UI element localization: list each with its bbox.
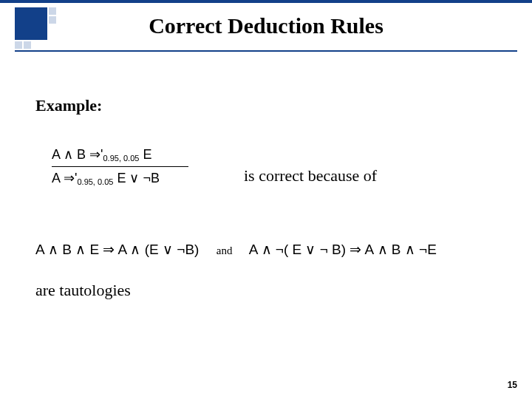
page-number: 15 <box>508 380 517 390</box>
accent-square <box>24 41 31 49</box>
premise-head: A ∧ B ⇒' <box>52 147 103 162</box>
slide: Correct Deduction Rules Example: A ∧ B ⇒… <box>0 0 532 399</box>
example-label: Example: <box>35 96 102 115</box>
page-title: Correct Deduction Rules <box>0 13 532 38</box>
correct-because-text: is correct because of <box>244 166 377 185</box>
are-tautologies-text: are tautologies <box>35 281 131 300</box>
rule-conclusion: A ⇒'0.95, 0.05 E ∨ ¬B <box>52 170 188 187</box>
accent-square <box>15 41 22 49</box>
top-border <box>0 0 532 3</box>
title-underline <box>15 50 517 52</box>
and-word: and <box>203 245 246 256</box>
tautology-left: A ∧ B ∧ E ⇒ A ∧ (E ∨ ¬B) <box>35 242 199 257</box>
premise-tail: E <box>139 147 151 162</box>
rule-premise: A ∧ B ⇒'0.95, 0.05 E <box>52 146 188 163</box>
premise-sub: 0.95, 0.05 <box>103 154 139 163</box>
rule-line <box>52 166 188 167</box>
tautology-line: A ∧ B ∧ E ⇒ A ∧ (E ∨ ¬B) and A ∧ ¬( E ∨ … <box>35 241 437 258</box>
conclusion-sub: 0.95, 0.05 <box>77 177 113 186</box>
inference-rule: A ∧ B ⇒'0.95, 0.05 E A ⇒'0.95, 0.05 E ∨ … <box>52 146 188 188</box>
conclusion-head: A ⇒' <box>52 171 77 185</box>
tautology-right: A ∧ ¬( E ∨ ¬ B) ⇒ A ∧ B ∧ ¬E <box>249 242 437 257</box>
conclusion-tail: E ∨ ¬B <box>113 171 160 185</box>
